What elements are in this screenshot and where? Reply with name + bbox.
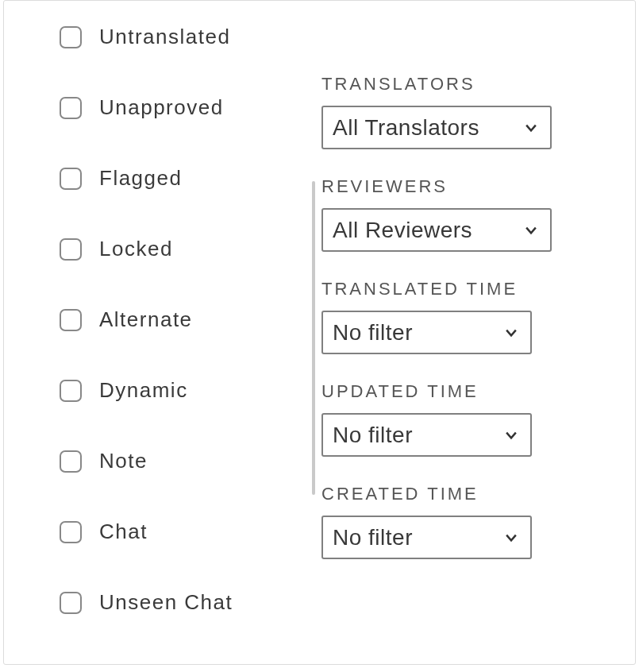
checkbox-label-dynamic[interactable]: Dynamic <box>99 378 188 403</box>
select-updated-time[interactable]: No filter <box>321 413 532 457</box>
select-value-reviewers: All Reviewers <box>333 218 472 243</box>
checkbox-alternate[interactable] <box>60 309 82 331</box>
label-created-time: CREATED TIME <box>321 484 575 504</box>
checkbox-row-locked: Locked <box>60 237 321 261</box>
checkbox-row-chat: Chat <box>60 519 321 544</box>
checkbox-row-unapproved: Unapproved <box>60 95 321 120</box>
field-reviewers: REVIEWERS All Reviewers <box>321 176 575 252</box>
chevron-down-icon <box>503 530 519 546</box>
checkbox-row-untranslated: Untranslated <box>60 25 321 49</box>
select-translated-time[interactable]: No filter <box>321 311 532 354</box>
select-created-time[interactable]: No filter <box>321 516 532 559</box>
field-translated-time: TRANSLATED TIME No filter <box>321 279 575 354</box>
label-reviewers: REVIEWERS <box>321 176 575 197</box>
checkbox-dynamic[interactable] <box>60 380 82 402</box>
select-value-created-time: No filter <box>333 525 413 550</box>
select-value-translated-time: No filter <box>333 320 413 346</box>
checkbox-row-dynamic: Dynamic <box>60 378 321 403</box>
select-value-translators: All Translators <box>333 115 479 141</box>
checkbox-chat[interactable] <box>60 521 82 543</box>
checkbox-untranslated[interactable] <box>60 26 82 48</box>
label-updated-time: UPDATED TIME <box>321 381 575 402</box>
checkbox-row-flagged: Flagged <box>60 166 321 191</box>
field-translators: TRANSLATORS All Translators <box>321 74 575 149</box>
checkbox-row-alternate: Alternate <box>60 307 321 332</box>
checkbox-label-alternate[interactable]: Alternate <box>99 307 193 332</box>
select-value-updated-time: No filter <box>333 423 413 448</box>
chevron-down-icon <box>523 222 539 238</box>
checkbox-label-unapproved[interactable]: Unapproved <box>99 95 224 120</box>
field-created-time: CREATED TIME No filter <box>321 484 575 559</box>
scrollbar[interactable] <box>312 181 315 495</box>
label-translators: TRANSLATORS <box>321 74 575 95</box>
filter-panel: Untranslated Unapproved Flagged Locked A… <box>3 0 636 665</box>
checkbox-label-chat[interactable]: Chat <box>99 519 148 544</box>
checkbox-flagged[interactable] <box>60 168 82 190</box>
select-translators[interactable]: All Translators <box>321 106 552 149</box>
checkbox-column: Untranslated Unapproved Flagged Locked A… <box>60 17 321 664</box>
chevron-down-icon <box>503 325 519 341</box>
checkbox-unseen-chat[interactable] <box>60 592 82 614</box>
checkbox-label-locked[interactable]: Locked <box>99 237 173 261</box>
checkbox-locked[interactable] <box>60 238 82 261</box>
checkbox-note[interactable] <box>60 450 82 473</box>
checkbox-label-note[interactable]: Note <box>99 449 148 473</box>
select-reviewers[interactable]: All Reviewers <box>321 208 552 252</box>
chevron-down-icon <box>503 427 519 443</box>
checkbox-unapproved[interactable] <box>60 97 82 119</box>
checkbox-row-note: Note <box>60 449 321 473</box>
chevron-down-icon <box>523 120 539 136</box>
checkbox-label-untranslated[interactable]: Untranslated <box>99 25 230 49</box>
dropdown-column: TRANSLATORS All Translators REVIEWERS Al… <box>321 17 575 664</box>
field-updated-time: UPDATED TIME No filter <box>321 381 575 457</box>
label-translated-time: TRANSLATED TIME <box>321 279 575 299</box>
checkbox-label-unseen-chat[interactable]: Unseen Chat <box>99 590 233 615</box>
checkbox-row-unseen-chat: Unseen Chat <box>60 590 321 615</box>
checkbox-label-flagged[interactable]: Flagged <box>99 166 182 191</box>
